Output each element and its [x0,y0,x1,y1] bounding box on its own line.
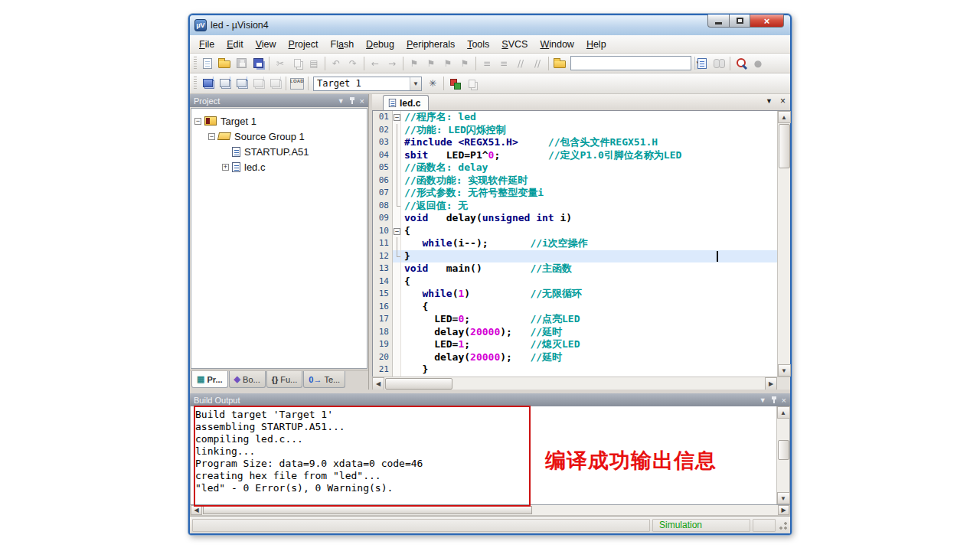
code-line-17[interactable]: 17 LED=0; //点亮LED [373,313,777,326]
find-in-files-icon[interactable] [694,56,710,71]
code-line-19[interactable]: 19 LED=1; //熄灭LED [373,338,777,351]
resize-grip[interactable] [777,520,788,530]
scroll-up-icon[interactable]: ▲ [778,111,791,123]
menu-edit[interactable]: Edit [220,37,250,52]
menu-debug[interactable]: Debug [360,37,400,52]
restore-button[interactable] [730,15,750,28]
tree-item-led-c[interactable]: +led.c [194,159,365,174]
title-bar[interactable]: µV led - µVision4 × [190,15,790,35]
open-folder-icon[interactable] [217,56,232,71]
source-file-icon [232,162,240,172]
tab-project[interactable]: ▦Pr... [191,371,228,388]
code-line-03[interactable]: 03#include <REGX51.H> //包含头文件REGX51.H [373,136,777,149]
code-line-14[interactable]: 14{ [373,276,777,289]
editor-vertical-scrollbar[interactable]: ▲ ▼ [777,111,790,377]
minimize-button[interactable] [707,15,730,28]
close-button[interactable]: × [750,15,784,28]
menu-help[interactable]: Help [580,37,612,52]
code-line-07[interactable]: 07//形式参数: 无符号整型变量i [373,187,777,200]
fold-marker-icon[interactable]: − [393,111,401,124]
scroll-up-icon[interactable]: ▲ [777,406,790,419]
code-line-11[interactable]: 11 while(i--); //i次空操作 [373,237,777,250]
tree-expander-icon[interactable]: − [194,118,201,125]
tab-led-c[interactable]: led.c [383,95,429,110]
code-line-12[interactable]: 12} [373,250,777,263]
target-dropdown-icon[interactable]: ▼ [410,77,421,90]
new-file-icon[interactable] [200,56,215,71]
cut-icon: ✂ [273,56,288,71]
scrollbar-thumb[interactable] [203,506,532,514]
code-line-06[interactable]: 06//函数功能: 实现软件延时 [373,174,777,187]
menu-flash[interactable]: Flash [325,37,361,52]
code-line-01[interactable]: 01−//程序名: led [373,111,777,124]
pin-icon[interactable] [349,97,355,105]
code-line-02[interactable]: 02//功能: LED闪烁控制 [373,124,777,137]
search-input[interactable] [571,58,694,69]
code-line-08[interactable]: 08//返回值: 无 [373,200,777,213]
build-icon[interactable] [217,76,232,91]
tab-books[interactable]: ◈Bo... [229,371,266,388]
menu-window[interactable]: Window [534,37,580,52]
code-line-13[interactable]: 13void main() //主函数 [373,262,777,276]
options-for-target-icon[interactable] [447,76,462,91]
scrollbar-thumb[interactable] [385,378,452,390]
translate-icon[interactable] [200,76,215,91]
build-output-title: Build Output [194,396,760,405]
code-area[interactable]: 01−//程序名: led02//功能: LED闪烁控制03#include <… [372,111,790,377]
code-line-10[interactable]: 10−{ [373,225,777,238]
flash-download-icon[interactable]: LOAD [289,76,305,91]
close-panel-icon[interactable]: × [782,396,786,404]
menu-svcs[interactable]: SVCS [495,37,534,52]
scroll-down-icon[interactable]: ▼ [778,364,791,377]
code-line-18[interactable]: 18 delay(20000); //延时 [373,326,777,339]
menu-project[interactable]: Project [283,37,325,52]
code-line-05[interactable]: 05//函数名: delay [373,161,777,174]
save-all-icon[interactable] [250,56,266,71]
code-line-20[interactable]: 20 delay(20000); //延时 [373,351,777,364]
fold-marker-icon[interactable]: − [393,225,401,238]
code-line-09[interactable]: 09void delay(unsigned int i) [373,212,777,225]
scroll-left-icon[interactable]: ◀ [372,377,384,390]
menu-tools[interactable]: Tools [461,37,495,52]
tree-item-startup-a51[interactable]: STARTUP.A51 [194,144,365,159]
chevron-down-icon[interactable]: ▼ [338,97,345,105]
scroll-right-icon[interactable]: ▶ [765,377,777,390]
debug-session-icon[interactable] [733,56,749,71]
code-line-16[interactable]: 16 { [373,301,777,314]
code-line-15[interactable]: 15 while(1) //无限循环 [373,288,777,301]
pin-icon[interactable] [771,396,777,404]
scrollbar-thumb[interactable] [779,124,790,168]
menu-file[interactable]: File [193,37,220,52]
menu-view[interactable]: View [250,37,283,52]
tab-list-chevron-icon[interactable]: ▼ [766,97,773,105]
rebuild-icon[interactable] [234,76,249,91]
tree-expander-icon[interactable]: − [208,133,215,140]
redo-icon: ↷ [345,56,361,71]
menu-peripherals[interactable]: Peripherals [400,37,461,52]
tree-expander-icon[interactable]: + [222,164,229,171]
target-select-combobox[interactable]: Target 1▼ [313,77,422,91]
editor-horizontal-scrollbar[interactable]: ◀ ▶ [372,377,790,390]
scroll-left-icon[interactable]: ◀ [191,505,202,515]
target-wizard-icon[interactable]: ✳ [425,76,440,91]
search-combobox[interactable]: ▼ [570,56,691,70]
build-output-line: "led" - 0 Error(s), 0 Warning(s). [195,482,772,494]
undo-icon: ↶ [328,56,344,71]
output-vertical-scrollbar[interactable]: ▲ ▼ [776,406,789,504]
close-panel-icon[interactable]: × [360,97,364,105]
tree-item-target-1[interactable]: −Target 1 [194,113,365,129]
code-line-04[interactable]: 04sbit LED=P1^0; //定义P1.0引脚位名称为LED [373,149,777,162]
scrollbar-thumb[interactable] [778,440,789,460]
chevron-down-icon[interactable]: ▼ [760,396,766,404]
scroll-down-icon[interactable]: ▼ [777,492,790,504]
configure-folder-icon[interactable] [552,56,567,71]
tab-templates[interactable]: 0→Te... [303,371,345,388]
code-text: //功能: LED闪烁控制 [401,124,777,137]
scroll-right-icon[interactable]: ▶ [778,505,789,515]
code-line-21[interactable]: 21 } [373,364,777,377]
tab-functions[interactable]: {}Fu... [266,371,303,388]
close-document-icon[interactable]: × [780,98,786,105]
code-text: #include <REGX51.H> //包含头文件REGX51.H [401,136,777,149]
output-horizontal-scrollbar[interactable]: ◀ ▶ [190,505,790,516]
tree-item-source-group-1[interactable]: −Source Group 1 [194,129,365,144]
